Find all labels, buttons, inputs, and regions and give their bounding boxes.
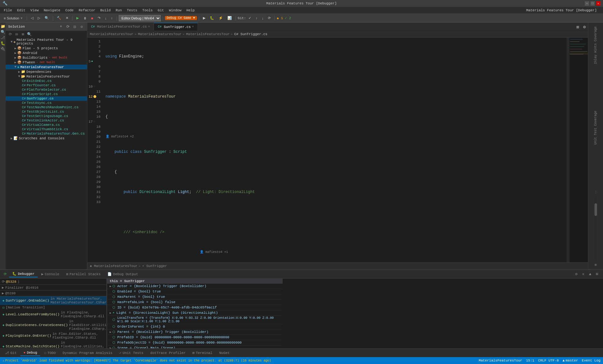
bottom-tab-dottrace[interactable]: dotTrace Profiler <box>147 350 189 356</box>
git-push[interactable]: ↑ <box>254 15 259 22</box>
activity-git[interactable]: ⎇ <box>0 35 5 40</box>
debug-stop[interactable]: ■ <box>89 15 95 22</box>
activity-explorer[interactable]: 📁 <box>0 24 5 29</box>
right-panel-inlay-hints[interactable]: Inlay Hints Coverage <box>594 26 597 64</box>
sidebar-refresh-btn[interactable]: ⟳ <box>65 24 71 29</box>
bottom-tab-dynamic[interactable]: Dynamic Program Analysis <box>59 350 115 356</box>
toolbar-forward[interactable]: ▷ <box>36 15 42 22</box>
breadcrumb-part-3[interactable]: MaterialsFeaturesTour <box>186 32 230 36</box>
menu-code[interactable]: Code <box>63 8 76 13</box>
parent-expand[interactable]: ▶ <box>110 330 111 334</box>
callstack-frame-2[interactable]: ◈ DuplicateScenes.CreateScenes() in Flax… <box>0 319 106 331</box>
right-panel-test-coverage[interactable]: Unit Test Coverage <box>594 111 597 145</box>
sidebar-item-testobjectslist[interactable]: C# TestObjectsList.cs <box>6 110 87 114</box>
toolbar-back[interactable]: ◁ <box>29 15 35 22</box>
sidebar-item-perfcounter[interactable]: C# PerfCounter.cs <box>6 83 87 88</box>
maximize-button[interactable]: □ <box>590 1 595 6</box>
bottom-tab-unittests[interactable]: ✓ Unit Tests <box>116 350 147 356</box>
sidebar-item-playerscript[interactable]: C# PlayerScript.cs <box>6 92 87 96</box>
sidebar-item-buildscripts[interactable]: ▶ 📦 BuildScripts - not built <box>6 55 87 60</box>
watch-item-enabled[interactable]: ⬡ Enabled = {bool} true <box>107 289 283 294</box>
menu-tests[interactable]: Tests <box>124 8 140 13</box>
breadcrumb-part-1[interactable]: MaterialsFeaturesTour <box>90 32 133 36</box>
status-branch[interactable]: ▲ master <box>562 359 578 362</box>
panel-close-btn[interactable]: ✕ <box>580 271 586 277</box>
debug-tab-parallel[interactable]: ⊞ Parallel Stacks <box>63 271 104 277</box>
breadcrumb-part-2[interactable]: MaterialsFeaturesTour <box>138 32 182 36</box>
editor-scrollbar[interactable] <box>567 38 569 262</box>
bottom-tab-todo[interactable]: ☐ TODO <box>41 350 59 356</box>
activity-search[interactable]: 🔍 <box>0 29 5 35</box>
callstack-frame-1[interactable]: ◈ Level.LoadSceneFromBytes() in FlaxEngi… <box>0 310 106 319</box>
watch-item-parent[interactable]: ▶ ⬡ Parent = {BoxCollider} Trigger (BoxC… <box>107 329 283 335</box>
watch-item-prefabobjid[interactable]: ⬡ PrefabObjectID = {Guid} 00000000-0000-… <box>107 340 283 345</box>
toolbar-run[interactable]: ▶ <box>201 15 207 22</box>
sidebar-item-gencs[interactable]: C# MaterialsFeaturesTour.Gen.cs <box>6 131 87 136</box>
tab-suntrigger[interactable]: C# SunTrigger.cs × <box>154 23 198 30</box>
right-scroll-btn[interactable]: ⋮ <box>589 189 602 195</box>
sidebar-expand-all[interactable]: ⊞ <box>20 31 26 37</box>
watch-item-hasparent[interactable]: ⬡ HasParent = {bool} true <box>107 294 283 300</box>
code-content[interactable]: using FlaxEngine; namespace MaterialsFea… <box>103 38 567 262</box>
bottom-tab-nuget[interactable]: NuGet <box>216 350 233 356</box>
status-eventlog[interactable]: Event Log <box>582 359 600 362</box>
tab-close-1[interactable]: × <box>148 25 150 29</box>
debug-step-out[interactable]: ↑ <box>109 15 115 22</box>
light-expand[interactable]: ▶ <box>110 311 111 315</box>
sidebar-item-solution[interactable]: ▼ ◈ Materials Features Tour - 9 projects <box>6 38 87 46</box>
watch-item-localtransform[interactable]: ⬡ LocalTransform = {Transform} X:0.00 Y:… <box>107 316 283 324</box>
toolbar-clean[interactable]: ✕ <box>64 15 70 22</box>
bottom-tab-git[interactable]: ⎇ Git <box>2 350 20 356</box>
panel-settings-btn[interactable]: ⚙ <box>573 271 579 277</box>
sidebar-search[interactable]: 🔍 <box>26 31 32 37</box>
watch-item-id[interactable]: ⬡ ID = {Guid} 02e7e79a-65c7-4e00-afdb-04… <box>107 305 283 310</box>
sidebar-add-btn[interactable]: + <box>58 24 64 29</box>
actor-expand[interactable]: ▶ <box>110 285 111 288</box>
debug-tab-console[interactable]: ▶ Console <box>38 271 62 277</box>
sidebar-item-virtualthumb[interactable]: C# VirtualThumbStick.cs <box>6 127 87 131</box>
activity-extensions[interactable]: 🔌 <box>0 46 5 51</box>
errors-count[interactable]: ✓ 2 <box>285 16 291 20</box>
toolbar-coverage[interactable]: ⚡ <box>217 15 225 22</box>
sidebar-item-platformselector[interactable]: C# PlatformSelector.cs <box>6 88 87 92</box>
toolbar-search[interactable]: 🔍 <box>43 15 51 22</box>
sidebar-item-suntrigger[interactable]: C# SunTrigger.cs <box>6 96 87 101</box>
activity-debug[interactable]: 🐛 <box>0 41 5 46</box>
debug-step-over[interactable]: ↷ <box>96 15 102 22</box>
toolbar-debug-run[interactable]: 🐛 <box>208 15 216 22</box>
watch-item-scene[interactable]: ▶ ⬡ Scene = {Scene} Main (Scene) <box>107 345 283 348</box>
sidebar-collapse-all[interactable]: ⊟ <box>14 31 19 37</box>
sidebar-item-project[interactable]: ▼ ◈ MaterialsFeaturesTour <box>6 65 87 69</box>
frame-5280[interactable]: ▶ @5280 <box>0 291 106 296</box>
sidebar-collapse-btn[interactable]: ⊟ <box>72 24 78 29</box>
menu-view[interactable]: View <box>28 8 41 13</box>
status-project[interactable]: MaterialsFeaturesTour <box>479 359 522 362</box>
callstack-frame-3[interactable]: ◈ PlayingState.OnEnter() in Flax.Editor.… <box>0 331 106 340</box>
finalizer-item[interactable]: ▶ Finalizer @14916 <box>0 285 106 291</box>
panel-expand-btn[interactable]: ▲ <box>587 271 593 277</box>
panel-split-btn[interactable]: ⊞ <box>594 271 600 277</box>
menu-git[interactable]: Git <box>155 8 166 13</box>
sidebar-item-folder-main[interactable]: ▼ 📂 MaterialsFeaturesTour <box>6 74 87 79</box>
watch-item-light[interactable]: ▶ ☀ Light = {DirectionalLight} Sun (Dire… <box>107 310 283 316</box>
status-encoding[interactable]: CRLF UTF-8 <box>538 359 559 362</box>
debug-tab-output[interactable]: 📄 Debug Output <box>104 271 141 277</box>
menu-tools[interactable]: Tools <box>140 8 155 13</box>
bottom-tab-debug[interactable]: ● Debug <box>20 350 41 356</box>
right-scrollbar[interactable] <box>595 197 597 260</box>
sidebar-item-flax[interactable]: ▶ 📦 Flax - 5 projects <box>6 46 87 51</box>
sidebar-item-scratches[interactable]: ▶ 📝 Scratches and Consoles <box>6 136 87 141</box>
debug-continue[interactable]: ▶ <box>74 15 81 22</box>
sidebar-settings-btn[interactable]: ⚙ <box>79 24 84 29</box>
tab-close-2[interactable]: × <box>192 25 194 29</box>
watch-item-order[interactable]: ⬡ OrderInParent = {int} 0 <box>107 324 283 329</box>
sidebar-item-ftween[interactable]: ▶ 📦 FTween - not built <box>6 60 87 65</box>
tab-split-view[interactable]: ⊞ <box>574 24 581 30</box>
sidebar-item-virtualcamera[interactable]: C# VirtualCamera.cs <box>6 123 87 127</box>
build-config-dropdown[interactable]: Editor.Debug | Win64 <box>119 15 161 21</box>
git-commit[interactable]: ✓ <box>247 15 253 22</box>
menu-run[interactable]: Run <box>113 8 124 13</box>
solution-dropdown[interactable]: ≡ Solution ▼ <box>2 15 25 22</box>
menu-help[interactable]: Help <box>184 8 197 13</box>
sidebar-item-android[interactable]: ▶ 📦 Android <box>6 51 87 55</box>
